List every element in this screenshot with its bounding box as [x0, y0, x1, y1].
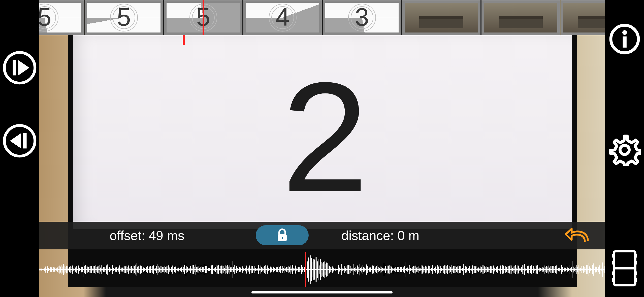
- svg-rect-4: [23, 133, 26, 149]
- svg-rect-16: [634, 254, 637, 258]
- svg-rect-12: [612, 254, 615, 258]
- info-button[interactable]: [608, 23, 641, 55]
- svg-marker-5: [10, 133, 21, 149]
- svg-marker-2: [18, 60, 29, 76]
- svg-rect-19: [634, 278, 637, 282]
- preview-countdown-number: 2: [282, 59, 364, 215]
- svg-rect-21: [282, 237, 283, 239]
- audio-waveform[interactable]: [0, 252, 644, 287]
- thumbnail-number: 5: [38, 3, 52, 31]
- info-icon: [608, 23, 641, 55]
- svg-rect-13: [612, 261, 615, 265]
- thumbnail-number: 5: [117, 3, 131, 31]
- filmstrip-icon: [608, 249, 641, 287]
- video-preview[interactable]: 2: [73, 35, 572, 229]
- waveform-playhead: [305, 252, 306, 287]
- left-toolbar: [0, 0, 39, 297]
- thumbnail[interactable]: [402, 0, 481, 35]
- svg-rect-8: [623, 37, 627, 48]
- thumbnail[interactable]: 4: [243, 0, 322, 35]
- svg-point-9: [620, 145, 629, 154]
- settings-button[interactable]: [608, 134, 641, 166]
- svg-rect-15: [612, 278, 615, 282]
- right-toolbar: [605, 0, 644, 297]
- svg-point-7: [622, 30, 627, 35]
- svg-rect-14: [612, 272, 615, 275]
- thumbnail[interactable]: 5: [164, 0, 243, 35]
- step-back-button[interactable]: [2, 123, 37, 158]
- lock-button[interactable]: [256, 225, 309, 245]
- thumbnail[interactable]: 5: [84, 0, 163, 35]
- thumbnail[interactable]: 3: [323, 0, 401, 35]
- step-forward-button[interactable]: [2, 50, 37, 85]
- gear-icon: [608, 134, 641, 166]
- filmstrip-button[interactable]: [608, 249, 641, 287]
- home-indicator[interactable]: [251, 291, 393, 293]
- step-back-icon: [2, 123, 37, 158]
- offset-readout: offset: 49 ms: [110, 228, 184, 243]
- info-bar: offset: 49 ms distance: 0 m: [39, 222, 605, 249]
- thumbnail[interactable]: [481, 0, 560, 35]
- filmstrip-playhead: [183, 35, 185, 45]
- svg-rect-18: [634, 272, 637, 275]
- thumbnail-number: 4: [276, 3, 290, 31]
- lock-icon: [276, 228, 288, 242]
- svg-rect-17: [634, 261, 637, 265]
- svg-rect-1: [13, 60, 16, 76]
- distance-readout: distance: 0 m: [341, 228, 419, 243]
- app-root: 55543 2 offset: 49 ms distance: 0 m: [0, 0, 644, 297]
- waveform-graphic: [0, 252, 644, 287]
- thumbnail-strip[interactable]: 55543: [5, 0, 639, 35]
- undo-button[interactable]: [565, 226, 590, 245]
- thumbnail-number: 5: [196, 3, 210, 31]
- undo-icon: [565, 226, 590, 245]
- step-forward-icon: [2, 50, 37, 85]
- thumbnail-number: 3: [355, 3, 369, 31]
